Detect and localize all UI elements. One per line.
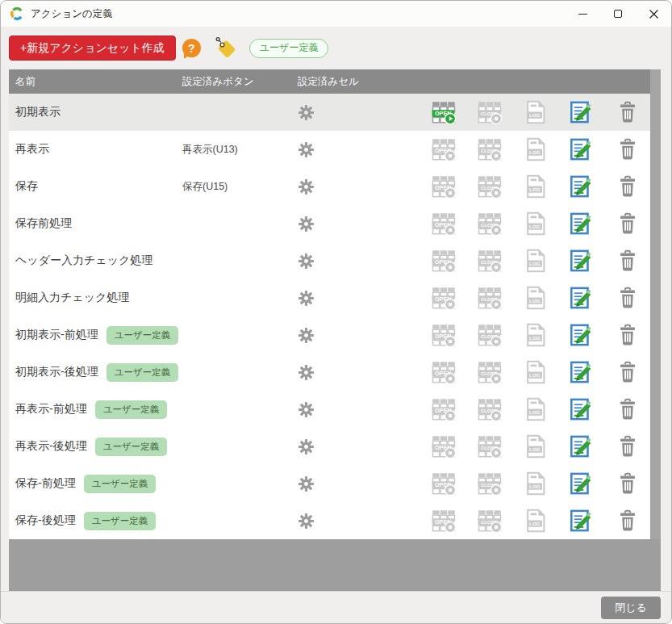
edit-icon[interactable] — [558, 434, 604, 459]
below-table-area — [9, 539, 661, 593]
delete-icon[interactable] — [604, 397, 650, 421]
close-window-button[interactable] — [636, 1, 671, 27]
delete-icon[interactable] — [604, 174, 650, 199]
edit-icon[interactable] — [558, 397, 604, 421]
user-defined-badge: ユーザー定義 — [84, 512, 157, 530]
edit-icon[interactable] — [558, 211, 604, 236]
delete-icon[interactable] — [604, 137, 650, 161]
log-icon: LOG — [512, 323, 558, 347]
edit-icon[interactable] — [558, 174, 604, 199]
open-table-icon: OPEN — [420, 397, 466, 421]
gear-icon[interactable] — [298, 475, 315, 492]
table-row[interactable]: 再表示再表示(U13) OPEN CLOSE LOG — [9, 131, 650, 168]
log-icon: LOG — [512, 434, 558, 459]
gear-icon[interactable] — [298, 104, 315, 121]
minimize-icon — [578, 14, 587, 15]
edit-icon[interactable] — [558, 100, 604, 124]
delete-icon[interactable] — [604, 509, 650, 533]
gear-icon[interactable] — [298, 401, 315, 418]
delete-icon[interactable] — [604, 360, 650, 384]
name-cell: 保存-後処理ユーザー定義 — [9, 512, 182, 530]
svg-text:LOG: LOG — [529, 112, 541, 118]
gear-icon[interactable] — [298, 253, 315, 270]
configured-cell — [298, 104, 420, 121]
help-icon[interactable]: ? — [182, 39, 201, 57]
log-icon: LOG — [512, 174, 558, 199]
action-name: 保存-前処理 — [15, 476, 76, 491]
action-name: 初期表示-前処理 — [15, 328, 98, 342]
edit-icon[interactable] — [558, 286, 604, 310]
action-name: 保存 — [15, 179, 38, 194]
table-row[interactable]: 再表示-後処理ユーザー定義 OPEN CLOSE LOG — [9, 428, 650, 465]
action-name: 再表示 — [15, 142, 49, 157]
table-row[interactable]: 保存-前処理ユーザー定義 OPEN CLOSE LOG — [9, 465, 650, 502]
delete-icon[interactable] — [604, 434, 650, 459]
svg-text:LOG: LOG — [529, 298, 541, 304]
svg-text:LOG: LOG — [529, 261, 541, 266]
gear-icon[interactable] — [298, 178, 315, 195]
edit-icon[interactable] — [558, 249, 604, 273]
delete-icon[interactable] — [604, 211, 650, 236]
vertical-scrollbar[interactable] — [650, 69, 661, 539]
table-row[interactable]: 保存保存(U15) OPEN CLOSE LOG — [9, 168, 650, 205]
table-row[interactable]: 初期表示 OPEN CLOSE LOG — [9, 94, 650, 131]
gear-icon[interactable] — [298, 438, 315, 455]
table-row[interactable]: 保存-後処理ユーザー定義 OPEN CLOSE LOG — [9, 502, 650, 539]
delete-icon[interactable] — [604, 323, 650, 347]
log-icon: LOG — [512, 137, 558, 161]
gear-icon[interactable] — [298, 327, 315, 344]
edit-icon[interactable] — [558, 471, 604, 496]
open-table-icon: OPEN — [420, 286, 466, 310]
close-table-icon: CLOSE — [466, 174, 512, 199]
log-icon: LOG — [512, 509, 558, 533]
maximize-button[interactable] — [600, 1, 636, 27]
configured-cell — [298, 364, 420, 381]
open-table-icon[interactable]: OPEN — [420, 100, 466, 124]
configured-cell — [298, 475, 420, 492]
maximize-icon — [614, 10, 622, 18]
row-actions: OPEN CLOSE LOG — [420, 434, 650, 459]
configured-cell — [298, 178, 420, 195]
gear-icon[interactable] — [298, 216, 315, 232]
action-name: 保存-後処理 — [15, 513, 76, 528]
table-row[interactable]: 再表示-前処理ユーザー定義 OPEN CLOSE LOG — [9, 391, 650, 428]
new-action-set-button[interactable]: +新規アクションセット作成 — [9, 36, 176, 61]
svg-text:LOG: LOG — [529, 186, 541, 192]
delete-icon[interactable] — [604, 249, 650, 273]
table-row[interactable]: 初期表示-前処理ユーザー定義 OPEN CLOSE LOG — [9, 316, 650, 354]
minimize-button[interactable] — [565, 1, 600, 27]
gear-icon[interactable] — [298, 513, 315, 530]
delete-icon[interactable] — [604, 471, 650, 496]
delete-icon[interactable] — [604, 100, 650, 124]
gear-icon[interactable] — [298, 290, 315, 307]
log-icon: LOG — [512, 397, 558, 421]
table-row[interactable]: 保存前処理 OPEN CLOSE LOG — [9, 205, 650, 242]
table-row[interactable]: ヘッダー入力チェック処理 OPEN CLOSE LOG — [9, 242, 650, 279]
open-table-icon: OPEN — [420, 174, 466, 199]
name-cell: 初期表示-後処理ユーザー定義 — [9, 363, 182, 382]
configured-cell — [298, 290, 420, 307]
action-name: 初期表示-後処理 — [15, 365, 98, 379]
gear-icon[interactable] — [298, 364, 315, 381]
close-table-icon: CLOSE — [466, 323, 512, 347]
close-table-icon: CLOSE — [466, 100, 512, 124]
name-cell: 保存前処理 — [9, 216, 182, 231]
delete-icon[interactable] — [604, 286, 650, 310]
log-icon: LOG — [512, 286, 558, 310]
edit-icon[interactable] — [558, 509, 604, 533]
table-rows: 初期表示 OPEN CLOSE LOG — [9, 94, 650, 539]
configured-button-cell: 再表示(U13) — [182, 143, 298, 157]
svg-text:LOG: LOG — [529, 372, 541, 378]
configured-cell — [298, 216, 420, 232]
table-row[interactable]: 初期表示-後処理ユーザー定義 OPEN CLOSE LOG — [9, 354, 650, 391]
edit-icon[interactable] — [558, 360, 604, 384]
row-actions: OPEN CLOSE LOG — [420, 397, 650, 421]
edit-icon[interactable] — [558, 137, 604, 161]
edit-icon[interactable] — [558, 323, 604, 347]
close-dialog-button[interactable]: 閉じる — [601, 597, 661, 619]
gear-icon[interactable] — [298, 141, 315, 158]
tag-icon[interactable] — [212, 35, 240, 62]
table-row[interactable]: 明細入力チェック処理 OPEN CLOSE LOG — [9, 279, 650, 316]
close-table-icon: CLOSE — [466, 397, 512, 421]
window-title: アクションの定義 — [31, 7, 113, 21]
